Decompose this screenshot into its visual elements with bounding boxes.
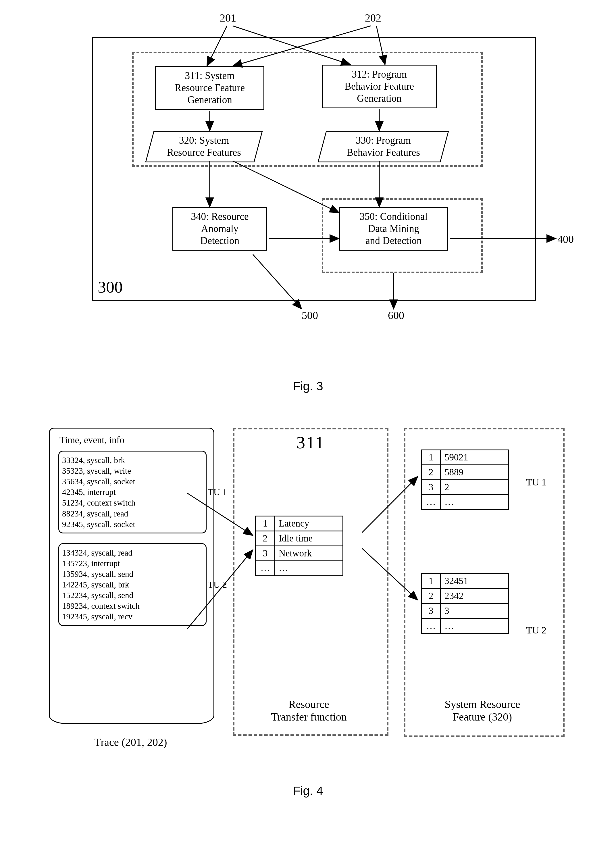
node-311-id: 311 — [185, 70, 200, 81]
tu1-label: TU 1 — [208, 486, 227, 498]
node-312: 312: Program Behavior Feature Generation — [322, 65, 437, 108]
node-311: 311: System Resource Feature Generation — [155, 66, 264, 110]
transfer-table: 1Latency2Idle time3Network…… — [255, 515, 343, 576]
node-320-id: 320 — [179, 135, 194, 146]
figure-4-caption: Fig. 4 — [12, 784, 604, 798]
tu2-label: TU 2 — [208, 579, 227, 590]
right-caption: System Resource Feature (320) — [404, 698, 561, 723]
figure-4: Time, event, info TU 1 33324, syscall, b… — [12, 427, 604, 773]
out-400-label: 400 — [557, 233, 574, 246]
node-312-id: 312 — [352, 69, 367, 80]
figure-3-caption: Fig. 3 — [12, 379, 604, 393]
node-320: 320: System Resource Features — [145, 131, 263, 162]
trace-tu1: TU 1 33324, syscall, brk35323, syscall, … — [58, 451, 207, 533]
input-202-label: 202 — [365, 12, 381, 24]
node-330-id: 330 — [356, 135, 371, 146]
mid-panel-title: 311 — [234, 429, 387, 453]
node-350-id: 350 — [360, 211, 375, 222]
label-300: 300 — [98, 277, 123, 296]
right-tu1-label: TU 1 — [526, 477, 546, 488]
out-500-label: 500 — [302, 309, 318, 322]
node-350-title: Conditional Data Mining and Detection — [366, 211, 427, 246]
out-600-label: 600 — [388, 309, 404, 322]
node-320-title: System Resource Features — [167, 135, 241, 158]
node-340-id: 340 — [191, 211, 206, 222]
node-350: 350: Conditional Data Mining and Detecti… — [339, 207, 448, 250]
node-340-title: Resource Anomaly Detection — [200, 211, 249, 246]
trace-caption: Trace (201, 202) — [49, 736, 213, 748]
figure-3: 201 202 311: System Resource Feature Gen… — [12, 12, 604, 379]
node-330: 330: Program Behavior Features — [317, 131, 449, 162]
mid-caption: Resource Transfer function — [233, 698, 385, 723]
trace-header: Time, event, info — [50, 429, 213, 447]
right-tu2-label: TU 2 — [526, 625, 546, 636]
feature-table-tu1: 1590212588932…… — [421, 450, 509, 510]
trace-tu2: TU 2 134324, syscall, read135723, interr… — [58, 543, 207, 626]
trace-panel: Time, event, info TU 1 33324, syscall, b… — [49, 427, 214, 717]
node-340: 340: Resource Anomaly Detection — [173, 207, 267, 250]
right-panel-320: 1590212588932…… TU 1 1324512234233…… TU … — [404, 427, 565, 737]
feature-table-tu2: 1324512234233…… — [421, 573, 509, 634]
input-201-label: 201 — [220, 12, 236, 24]
mid-panel-311: 311 1Latency2Idle time3Network…… — [233, 427, 388, 736]
